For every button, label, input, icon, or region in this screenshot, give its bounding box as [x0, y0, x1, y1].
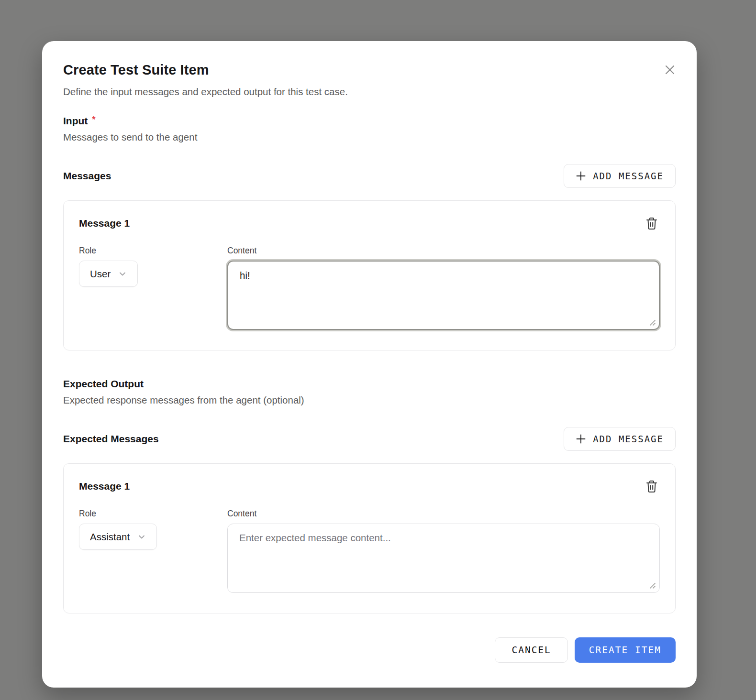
required-asterisk: * — [92, 114, 95, 125]
input-message-title: Message 1 — [79, 218, 130, 229]
modal-overlay: Create Test Suite Item Define the input … — [0, 0, 756, 700]
trash-icon — [645, 480, 658, 493]
chevron-down-icon — [137, 533, 146, 541]
messages-label: Messages — [63, 170, 111, 182]
input-role-column: Role User — [79, 246, 227, 330]
expected-content-wrap — [227, 524, 660, 593]
cancel-button[interactable]: CANCEL — [495, 637, 567, 663]
input-role-select[interactable]: User — [79, 261, 138, 287]
expected-role-column: Role Assistant — [79, 509, 227, 593]
dialog-subtitle: Define the input messages and expected o… — [63, 86, 676, 98]
input-label-text: Input — [63, 115, 88, 127]
chevron-down-icon — [118, 270, 127, 278]
expected-message-title: Message 1 — [79, 481, 130, 492]
dialog-title: Create Test Suite Item — [63, 62, 676, 78]
add-expected-message-button[interactable]: ADD MESSAGE — [564, 427, 676, 451]
expected-output-block: Expected Output Expected response messag… — [63, 378, 676, 406]
input-content-label: Content — [227, 246, 660, 256]
add-message-label: ADD MESSAGE — [593, 434, 664, 444]
input-content-wrap — [227, 261, 660, 330]
plus-icon — [576, 171, 586, 181]
input-message-card-header: Message 1 — [79, 215, 660, 231]
expected-message-card-header: Message 1 — [79, 478, 660, 494]
expected-content-column: Content — [227, 509, 660, 593]
input-role-value: User — [90, 268, 111, 280]
dialog-footer: CANCEL CREATE ITEM — [63, 637, 676, 663]
expected-messages-label: Expected Messages — [63, 433, 159, 445]
input-role-label: Role — [79, 246, 227, 256]
messages-section-header: Messages ADD MESSAGE — [63, 164, 676, 188]
expected-role-select[interactable]: Assistant — [79, 524, 157, 550]
close-icon — [664, 64, 676, 76]
expected-messages-section-header: Expected Messages ADD MESSAGE — [63, 427, 676, 451]
create-item-button[interactable]: CREATE ITEM — [575, 637, 676, 663]
dialog-header: Create Test Suite Item — [63, 62, 676, 78]
input-content-column: Content — [227, 246, 660, 330]
add-input-message-button[interactable]: ADD MESSAGE — [564, 164, 676, 188]
expected-role-label: Role — [79, 509, 227, 519]
expected-content-textarea[interactable] — [227, 524, 660, 593]
trash-icon — [645, 217, 658, 230]
expected-content-label: Content — [227, 509, 660, 519]
close-button[interactable] — [661, 61, 678, 78]
input-message-fields: Role User Content — [79, 246, 660, 330]
expected-message-fields: Role Assistant Content — [79, 509, 660, 593]
add-message-label: ADD MESSAGE — [593, 171, 664, 181]
delete-expected-message-button[interactable] — [644, 478, 660, 494]
input-content-textarea[interactable] — [227, 261, 660, 330]
create-test-suite-item-dialog: Create Test Suite Item Define the input … — [42, 41, 697, 688]
delete-input-message-button[interactable] — [644, 215, 660, 231]
expected-output-label: Expected Output — [63, 378, 676, 390]
expected-role-value: Assistant — [90, 531, 130, 543]
input-section-label: Input * — [63, 115, 676, 127]
input-message-card: Message 1 Role — [63, 200, 676, 350]
expected-output-helper: Expected response messages from the agen… — [63, 394, 676, 406]
expected-message-card: Message 1 Role — [63, 463, 676, 613]
plus-icon — [576, 434, 586, 444]
input-section-helper: Messages to send to the agent — [63, 131, 676, 143]
